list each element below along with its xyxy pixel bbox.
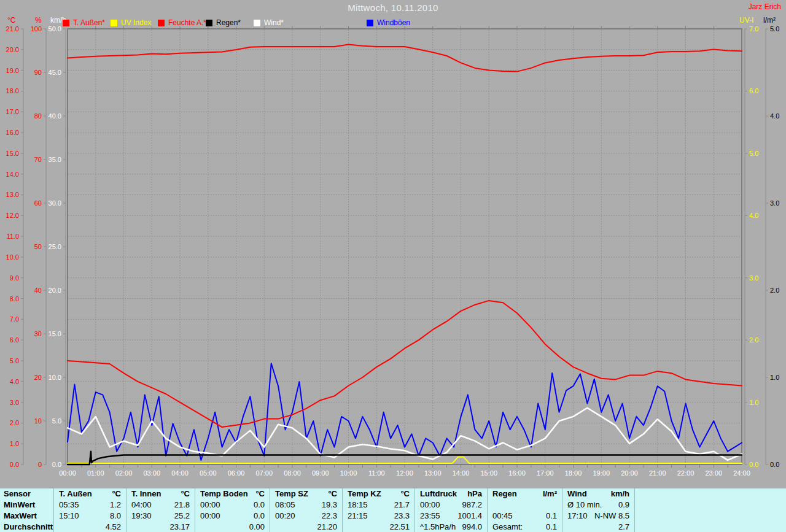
x-tick-label: 23:00 [705,469,722,477]
stats-cell-value: 0.1 [546,522,562,532]
stats-cell-value: 0.1 [546,511,562,522]
stats-cell-value: 4.52 [106,522,126,532]
stats-col-unit: °C [400,488,414,499]
x-tick-label: 09:00 [312,469,329,477]
stats-col-temp-kz: Temp KZ°C18:1521.721:1523.322.51 [343,488,415,532]
y-tick-label: 15.0 [6,150,19,157]
stats-cell-time: 23:55 [415,511,440,522]
y-tick-label: 35.0 [49,156,61,163]
stats-col-header: Temp KZ [343,488,381,499]
stats-cell-value: 1001.4 [457,511,487,522]
y-tick-label: 25.0 [49,243,61,250]
y-tick-label: 50 [34,243,42,250]
x-tick-label: 11:00 [368,469,385,477]
y-tick-label: 4.0 [749,212,758,219]
stats-col-header: Regen [488,488,517,499]
y-tick-label: 10 [34,417,42,425]
y-tick-label: 2.0 [770,287,779,294]
stats-cell-value: 21.20 [317,522,342,532]
y-tick-label: 80 [34,112,42,120]
stats-col-unit: °C [255,488,270,499]
y-tick-label: 50.0 [49,25,61,33]
y-tick-label: 10.0 [6,253,19,261]
stats-col-header: Wind [562,488,587,499]
x-tick-label: 17:00 [537,469,554,477]
stats-col-header: Temp SZ [270,488,308,499]
stats-cell-time: ^1.5hPa/h [415,522,456,532]
y-tick-label: 19.0 [6,67,19,74]
x-tick-label: 24:00 [733,469,750,477]
y-tick-label: 3.0 [749,274,758,282]
stats-cell-time: 00:00 [195,511,220,522]
stats-row-label: MinWert [0,499,35,511]
weather-chart: 0.01.02.03.04.05.06.07.08.09.010.011.012… [0,0,786,488]
y-tick-label: 10.0 [49,374,61,381]
y-tick-label: 1.0 [10,440,19,447]
stats-cell-value: 987.2 [462,499,487,511]
stats-cell-value: 22.3 [322,511,342,522]
stats-cell-value: 0.0 [254,499,270,511]
stats-col-unit: km/h [611,488,634,499]
y-tick-label: 12.0 [6,212,19,219]
x-tick-label: 19:00 [593,469,610,477]
stats-row-label: Durchschnitt [0,522,53,532]
stats-col-t-au-en: T. Außen°C05:351.215:108.04.52 [54,488,126,532]
stats-cell-time: 15:10 [54,511,79,522]
stats-cell-value: 0.00 [249,522,270,532]
stats-cell-time: 00:45 [488,511,513,522]
x-axis-labels: 00:0001:0002:0003:0004:0005:0006:0007:00… [59,469,750,477]
stats-col-header: Luftdruck [415,488,457,499]
stats-row-label: MaxWert [0,511,37,522]
axis-rain-lm2: 0.01.02.03.04.05.0 [766,25,779,468]
stats-col-t-innen: T. Innen°C04:0021.819:3025.223.17 [126,488,195,532]
y-tick-label: 18.0 [6,87,19,94]
x-tick-label: 14:00 [453,469,470,477]
y-tick-label: 16.0 [6,129,19,136]
stats-cell-time: Gesamt: [488,522,523,532]
y-tick-label: 60 [34,199,42,207]
y-tick-label: 13.0 [6,191,19,198]
x-tick-label: 02:00 [115,469,133,477]
stats-cell-time: 00:00 [195,499,220,511]
stats-col-header: T. Innen [126,488,161,499]
x-tick-label: 04:00 [171,469,189,477]
stats-cell-value: 23.3 [394,511,414,522]
y-tick-label: 100 [31,25,42,33]
y-tick-label: 3.0 [770,199,779,207]
y-tick-label: 40 [34,287,42,294]
y-tick-label: 11.0 [6,233,19,240]
y-tick-label: 40.0 [49,112,61,120]
axis-uv: 0.01.02.03.04.05.06.07.0 [745,25,758,468]
axis-temp-c: 0.01.02.03.04.05.06.07.08.09.010.011.012… [6,25,23,468]
y-tick-label: 0.0 [52,461,61,468]
stats-cell-value: 19.3 [322,499,342,511]
stats-cell-time: 21:15 [343,511,368,522]
stats-cell-time: 08:05 [270,499,295,511]
grid [68,29,741,464]
stats-cell-time: 00:00 [415,499,440,511]
y-tick-label: 5.0 [10,357,19,364]
stats-cell-time: 18:15 [343,499,368,511]
y-tick-label: 70 [34,156,42,163]
x-tick-label: 16:00 [508,469,526,477]
axis-wind-kmh: 0.05.010.015.020.025.030.035.040.045.050… [49,25,66,468]
stats-col-luftdruck: LuftdruckhPa00:00987.223:551001.4^1.5hPa… [415,488,488,532]
stats-col-regen: Regenl/m²00:450.1Gesamt:0.1 [488,488,562,532]
y-tick-label: 6.0 [749,87,758,94]
y-tick-label: 5.0 [770,25,779,33]
stats-cell-value: 2.7 [618,522,634,532]
stats-cell-value: 1.2 [110,499,126,511]
y-tick-label: 1.0 [770,374,779,381]
y-tick-label: 9.0 [10,274,19,282]
y-tick-label: 0 [38,461,42,468]
y-tick-label: 17.0 [6,108,19,115]
series-windb-en [68,363,742,460]
y-tick-label: 7.0 [749,25,758,33]
stats-cell-value: 21.7 [394,499,414,511]
stats-col-unit: °C [181,488,195,499]
stats-cell-value: 21.8 [174,499,195,511]
stats-cell-time: 17:10 [562,511,588,522]
x-tick-label: 20:00 [621,469,638,477]
y-tick-label: 14.0 [6,171,19,178]
stats-cell-value: N-NW 8.5 [594,511,634,522]
